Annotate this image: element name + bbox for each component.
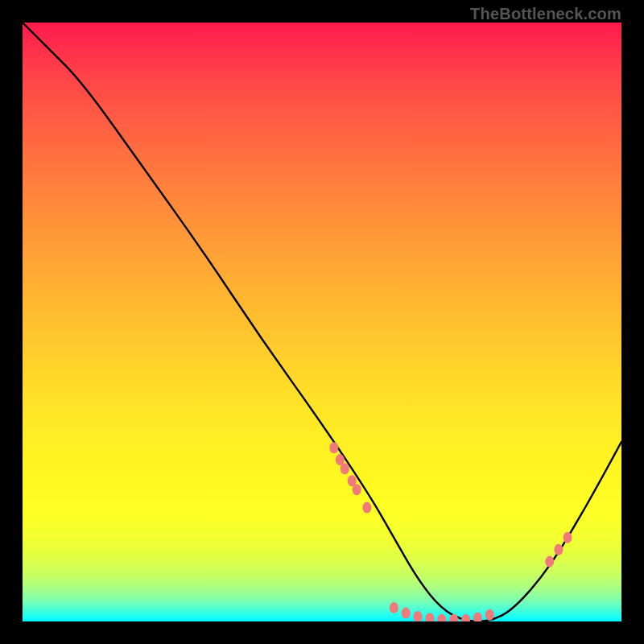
data-marker [341, 463, 349, 474]
curve-layer [23, 23, 621, 621]
data-marker [390, 602, 398, 613]
marker-group [329, 442, 572, 621]
data-marker [564, 532, 572, 543]
curve-path-group [23, 23, 621, 621]
data-marker [545, 556, 554, 568]
curve-path [23, 23, 621, 621]
data-marker [353, 484, 361, 495]
data-marker [414, 611, 423, 621]
data-marker [461, 614, 470, 621]
data-marker [554, 544, 563, 555]
chart-stage: TheBottleneck.com [0, 0, 644, 644]
attribution-label: TheBottleneck.com [470, 5, 621, 23]
data-marker [362, 502, 371, 514]
data-marker [425, 613, 434, 621]
data-marker [402, 608, 411, 619]
data-marker [449, 614, 458, 621]
data-marker [485, 609, 494, 621]
data-marker [437, 614, 446, 621]
data-marker [329, 442, 338, 453]
data-marker [473, 613, 482, 622]
plot-area [23, 23, 621, 621]
